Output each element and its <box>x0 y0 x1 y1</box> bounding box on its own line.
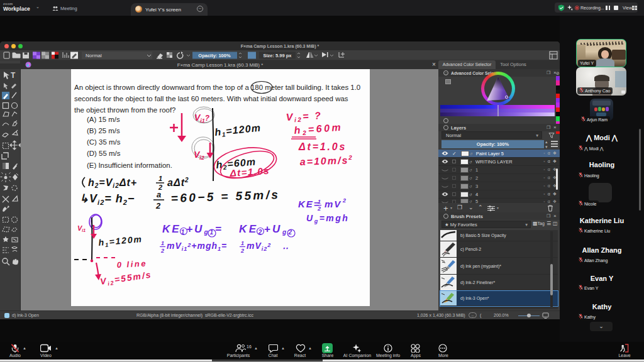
svg-text:(C) 35 m/s: (C) 35 m/s <box>87 138 121 146</box>
svg-text:h2=Vi2Δt+: h2=Vi2Δt+ <box>88 177 137 189</box>
svg-text:2: 2 <box>240 248 244 254</box>
svg-text:2: 2 <box>317 206 321 212</box>
svg-text:1: 1 <box>158 175 162 182</box>
svg-text:mV: mV <box>325 199 341 209</box>
svg-text:(B) 25 m/s: (B) 25 m/s <box>87 127 120 134</box>
svg-text:a=10m/s2: a=10m/s2 <box>299 154 353 167</box>
svg-text:h1=120m: h1=120m <box>214 122 262 139</box>
svg-text:mVi12+mgh1=: mVi12+mgh1= <box>167 241 227 252</box>
svg-text:↳Vi2= h2−: ↳Vi2= h2− <box>79 192 135 206</box>
svg-text:Δt=1.0s: Δt=1.0s <box>298 141 347 152</box>
svg-text:2: 2 <box>342 197 346 204</box>
svg-text:mVi22‥: mVi22‥ <box>247 241 289 252</box>
svg-text:Vi2=55m/s: Vi2=55m/s <box>99 270 152 288</box>
svg-text:aΔt2: aΔt2 <box>167 177 189 188</box>
svg-text:An object is thrown directly d: An object is thrown directly downward fr… <box>74 84 360 91</box>
svg-text:Size: 5.99 px: Size: 5.99 px <box>263 53 292 58</box>
svg-text:Vi2= ?: Vi2= ? <box>286 110 322 124</box>
svg-text:Δt=1.0s: Δt=1.0s <box>229 165 270 178</box>
svg-text:=60−5 = 55m/s: =60−5 = 55m/s <box>170 188 280 205</box>
svg-text:T: T <box>11 71 16 80</box>
svg-text:Vi2: Vi2 <box>194 150 204 161</box>
svg-text:the object thrown from the roo: the object thrown from the roof? <box>74 106 175 114</box>
svg-text:(A) 15 m/s: (A) 15 m/s <box>87 116 120 123</box>
svg-text:KE1+Ug1=: KE1+Ug1= <box>162 223 223 236</box>
svg-text:h2=60m: h2=60m <box>294 122 343 137</box>
svg-text:Ug=mgh: Ug=mgh <box>306 213 349 224</box>
svg-text:2: 2 <box>155 201 161 211</box>
svg-text:a: a <box>157 190 161 199</box>
svg-text:Vi1: Vi1 <box>77 224 86 233</box>
svg-text:Opacity: 100%: Opacity: 100% <box>198 53 231 58</box>
svg-text:0 line: 0 line <box>116 258 147 270</box>
svg-text:h1=120m: h1=120m <box>98 234 143 249</box>
svg-text:Vi1?: Vi1? <box>194 112 210 124</box>
svg-text:1: 1 <box>318 199 321 205</box>
svg-text:1: 1 <box>241 240 244 246</box>
svg-text:2: 2 <box>160 248 164 254</box>
svg-text:(D) 55 m/s: (D) 55 m/s <box>87 150 121 157</box>
svg-text:(E) Insufficient information.: (E) Insufficient information. <box>87 162 172 169</box>
svg-text:seconds for the object to fall: seconds for the object to fall the last … <box>74 95 348 102</box>
svg-text:KE2+Ug2: KE2+Ug2 <box>239 223 294 236</box>
svg-text:1: 1 <box>161 240 164 246</box>
svg-text:Normal: Normal <box>86 53 102 58</box>
